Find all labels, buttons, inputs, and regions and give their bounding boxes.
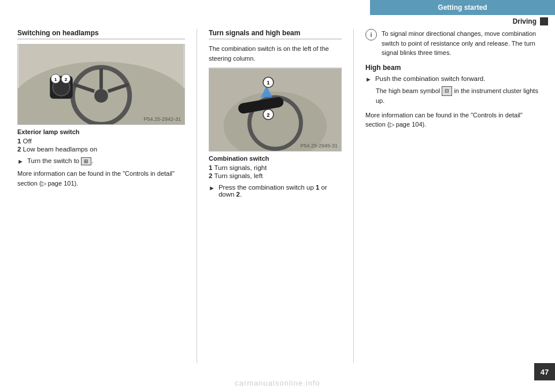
mid-image-label: P54.25-2945-31 — [300, 143, 338, 149]
left-section-title: Switching on headlamps — [17, 29, 185, 39]
svg-point-3 — [94, 89, 108, 103]
arrow-icon: ► — [365, 76, 372, 83]
lamp-arrow-instruction: ► Turn the switch to ⊞. — [17, 157, 185, 165]
main-content: Switching on headlamps 1 — [17, 29, 543, 363]
watermark: carmanualsonline.info — [235, 379, 320, 387]
mid-description: The combination switch is on the left of… — [209, 44, 342, 63]
svg-text:2: 2 — [65, 77, 68, 82]
mid-column: Turn signals and high beam The combinati… — [209, 29, 342, 363]
switch-symbol-box: ⊞ — [81, 157, 91, 165]
arrow-icon: ► — [17, 158, 24, 165]
mid-right-divider — [353, 29, 354, 363]
list-item: 2 Turn signals, left — [209, 172, 342, 179]
page-number: 47 — [534, 363, 555, 380]
header-getting-started: Getting started — [370, 0, 555, 15]
info-box: i To signal minor directional changes, m… — [365, 29, 543, 58]
arrow-icon: ► — [209, 184, 215, 191]
left-image-label: P54.25-2942-31 — [143, 116, 181, 122]
high-beam-symbol-box: ⊟ — [442, 86, 452, 97]
lamp-switch-list: 1 Off 2 Low beam headlamps on — [17, 138, 185, 153]
right-column: i To signal minor directional changes, m… — [365, 29, 543, 363]
right-more-info: More information can be found in the "Co… — [365, 110, 543, 130]
header-driving: Driving — [370, 15, 555, 28]
driving-square-icon — [540, 17, 548, 25]
svg-text:1: 1 — [54, 77, 57, 82]
high-beam-arrow-instruction: ► Push the combination switch forward. — [365, 75, 543, 83]
list-item: 1 Off — [17, 138, 185, 145]
info-text: To signal minor directional changes, mov… — [382, 29, 543, 58]
info-icon: i — [365, 29, 377, 40]
svg-text:2: 2 — [267, 112, 270, 118]
headlamp-switch-image: 1 2 P54.25-2942-31 — [17, 44, 185, 125]
high-beam-title: High beam — [365, 64, 543, 72]
left-more-info: More information can be found in the "Co… — [17, 169, 185, 188]
list-item: 1 Turn signals, right — [209, 164, 342, 171]
left-column: Switching on headlamps 1 — [17, 29, 185, 363]
combination-switch-caption: Combination switch — [209, 155, 342, 162]
combination-arrow-instruction: ► Press the combination switch up 1 or d… — [209, 184, 342, 198]
turn-signal-list: 1 Turn signals, right 2 Turn signals, le… — [209, 164, 342, 179]
svg-text:1: 1 — [267, 80, 270, 86]
turn-signal-image: 1 2 P54.25-2945-31 — [209, 68, 342, 151]
exterior-lamp-caption: Exterior lamp switch — [17, 128, 185, 135]
list-item: 2 Low beam headlamps on — [17, 146, 185, 153]
header-bar: Getting started Driving — [370, 0, 555, 28]
left-mid-divider — [197, 29, 197, 363]
high-beam-symbol-text: The high beam symbol ⊟ in the instrument… — [376, 86, 543, 106]
mid-section-title: Turn signals and high beam — [209, 29, 342, 39]
